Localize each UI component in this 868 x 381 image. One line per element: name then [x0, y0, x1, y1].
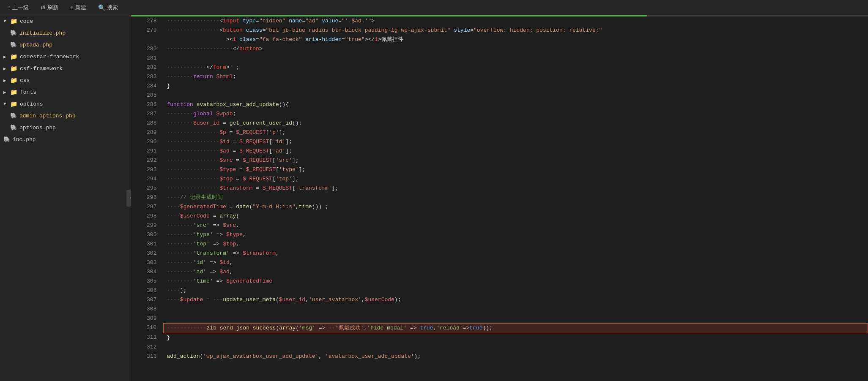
line-content-286: function avatarbox_user_add_update(){	[163, 100, 868, 109]
table-row: 301 ········'top' => $top,	[131, 239, 868, 249]
table-row: 284 }	[131, 82, 868, 91]
line-content-296: ····// 记录生成时间	[163, 193, 868, 202]
refresh-icon: ↺	[41, 4, 46, 11]
editor-progress-bar	[131, 15, 868, 16]
line-content-307: ····$update = ···update_user_meta($user_…	[163, 295, 868, 305]
sidebar-item-options-php[interactable]: 🐘 options.php	[0, 122, 131, 133]
table-row: 311 }	[131, 333, 868, 343]
file-icon-options-php: 🐘	[10, 124, 17, 131]
css-label: css	[20, 77, 30, 84]
folder-icon-codestar: 📁	[10, 53, 17, 60]
table-row: 285	[131, 91, 868, 100]
line-num-302: 302	[131, 249, 163, 258]
line-content-313: add_action('wp_ajax_avatarbox_user_add_u…	[163, 352, 868, 361]
table-row: 313 add_action('wp_ajax_avatarbox_user_a…	[131, 352, 868, 361]
search-icon: 🔍	[98, 4, 105, 11]
table-row: 280 ····················</button>	[131, 44, 868, 54]
inc-php-label: inc.php	[13, 136, 36, 143]
line-content-287: ········global $wpdb;	[163, 109, 868, 119]
new-button[interactable]: + 新建	[68, 3, 89, 12]
csf-label: csf-framework	[20, 65, 63, 72]
line-num-284: 284	[131, 82, 163, 91]
up-label: 上一级	[12, 4, 29, 11]
line-content-294: ················$top = $_REQUEST['top'];	[163, 174, 868, 184]
code-label: code	[20, 18, 33, 24]
sidebar-item-fonts[interactable]: 📁 fonts	[0, 86, 131, 98]
line-num-296: 296	[131, 193, 163, 202]
folder-icon-fonts: 📁	[10, 89, 17, 96]
main-layout: 📁 code 🐘 initialize.php 🐘 uptada.php 📁 c…	[0, 15, 868, 381]
file-icon-inc: 🐘	[3, 136, 10, 143]
table-row: 297 ····$generatedTime = date("Y-m-d H:i…	[131, 202, 868, 212]
line-num-306: 306	[131, 286, 163, 295]
sidebar-item-initialize-php[interactable]: 🐘 initialize.php	[0, 27, 131, 39]
folder-icon-css: 📁	[10, 77, 17, 84]
table-row: 305 ········'time' => $generatedTime	[131, 277, 868, 286]
table-row: 308	[131, 305, 868, 314]
line-content-309	[163, 314, 868, 323]
editor-area[interactable]: 278 ················<input type="hidden"…	[131, 15, 868, 381]
editor-progress-fill	[131, 15, 647, 16]
line-num-297: 297	[131, 202, 163, 212]
refresh-button[interactable]: ↺ 刷新	[38, 3, 61, 12]
options-label: options	[20, 101, 43, 107]
line-num-304: 304	[131, 267, 163, 277]
line-num-287: 287	[131, 109, 163, 119]
sidebar-item-uptada-php[interactable]: 🐘 uptada.php	[0, 39, 131, 51]
codestar-label: codestar-framework	[20, 54, 79, 60]
options-php-label: options.php	[19, 125, 56, 131]
table-row: 304 ········'ad' => $ad,	[131, 267, 868, 277]
table-row: 299 ········'src' => $src,	[131, 221, 868, 230]
table-row: 279 ················<button class="but j…	[131, 26, 868, 44]
sidebar-item-options[interactable]: 📁 options	[0, 98, 131, 110]
table-row: 298 ····$userCode = array(	[131, 212, 868, 221]
line-num-295: 295	[131, 184, 163, 193]
line-content-299: ········'src' => $src,	[163, 221, 868, 230]
table-row: 307 ····$update = ···update_user_meta($u…	[131, 295, 868, 305]
line-content-308	[163, 305, 868, 314]
file-icon-uptada: 🐘	[10, 41, 17, 48]
initialize-php-label: initialize.php	[19, 30, 66, 36]
sidebar-item-inc-php[interactable]: 🐘 inc.php	[0, 133, 131, 145]
fonts-label: fonts	[20, 89, 36, 95]
line-content-293: ················$type = $_REQUEST['type'…	[163, 165, 868, 174]
admin-options-php-label: admin-options.php	[19, 113, 76, 119]
line-num-307: 307	[131, 295, 163, 305]
line-content-310: ············zib_send_json_success(array(…	[163, 323, 868, 333]
sidebar-item-codestar-framework[interactable]: 📁 codestar-framework	[0, 51, 131, 63]
sidebar-item-admin-options-php[interactable]: 🐘 admin-options.php	[0, 110, 131, 122]
table-row: 291 ················$ad = $_REQUEST['ad'…	[131, 147, 868, 156]
line-num-286: 286	[131, 100, 163, 109]
line-num-312: 312	[131, 343, 163, 352]
chevron-css	[3, 78, 8, 83]
sidebar-item-code[interactable]: 📁 code	[0, 15, 131, 27]
sidebar-item-css[interactable]: 📁 css	[0, 74, 131, 86]
line-num-279: 279	[131, 26, 163, 44]
line-num-313: 313	[131, 352, 163, 361]
line-content-284: }	[163, 82, 868, 91]
sidebar-item-csf-framework[interactable]: 📁 csf-framework	[0, 63, 131, 74]
search-button[interactable]: 🔍 搜索	[96, 3, 120, 12]
line-num-283: 283	[131, 72, 163, 82]
line-num-291: 291	[131, 147, 163, 156]
sidebar-collapse-handle[interactable]: ‹	[126, 190, 131, 207]
line-content-312	[163, 343, 868, 352]
code-table: 278 ················<input type="hidden"…	[131, 16, 868, 361]
line-num-308: 308	[131, 305, 163, 314]
up-button[interactable]: ↑ 上一级	[5, 3, 31, 12]
table-row: 281	[131, 54, 868, 63]
line-content-283: ········return $html;	[163, 72, 868, 82]
new-label: 新建	[75, 4, 86, 11]
table-row: 287 ········global $wpdb;	[131, 109, 868, 119]
chevron-code	[3, 19, 8, 24]
line-content-298: ····$userCode = array(	[163, 212, 868, 221]
line-content-300: ········'type' => $type,	[163, 230, 868, 239]
chevron-codestar	[3, 54, 8, 60]
line-num-292: 292	[131, 156, 163, 165]
folder-icon-code: 📁	[10, 18, 17, 25]
table-row: 282 ············</form>' ;	[131, 63, 868, 72]
table-row: 286 function avatarbox_user_add_update()…	[131, 100, 868, 109]
table-row: 290 ················$id = $_REQUEST['id'…	[131, 137, 868, 147]
table-row: 283 ········return $html;	[131, 72, 868, 82]
line-content-278: ················<input type="hidden" nam…	[163, 16, 868, 26]
